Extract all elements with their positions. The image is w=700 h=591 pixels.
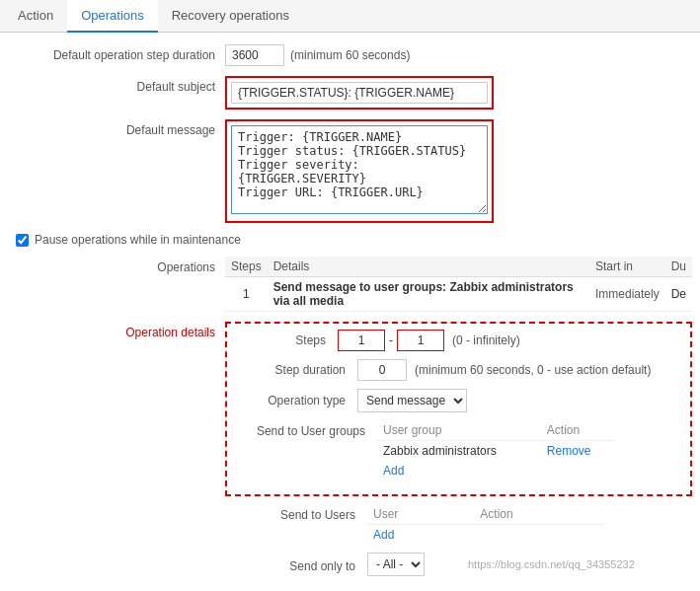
steps-dash: - — [389, 333, 393, 347]
default-subject-input[interactable] — [231, 82, 488, 104]
user-groups-table: User group Action Zabbix administrators … — [377, 420, 614, 480]
col-duration: Du — [665, 257, 692, 277]
steps-note: (0 - infinitely) — [452, 333, 520, 347]
ug-col-group: User group — [377, 420, 541, 441]
step-duration-inner-row: Step duration (minimum 60 seconds, 0 - u… — [235, 359, 682, 381]
send-to-user-groups-label: Send to User groups — [235, 420, 373, 438]
add-user-group-link[interactable]: Add — [383, 464, 404, 478]
main-content: Default operation step duration (minimum… — [0, 33, 700, 591]
pause-operations-checkbox[interactable] — [16, 234, 29, 247]
operations-table: Steps Details Start in Du 1 Send message… — [225, 257, 692, 312]
operation-details-label: Operation details — [8, 322, 225, 584]
add-user-link[interactable]: Add — [373, 528, 394, 542]
default-subject-label: Default subject — [8, 76, 225, 94]
tab-action[interactable]: Action — [4, 0, 67, 33]
default-message-row: Default message Trigger: {TRIGGER.NAME} … — [8, 119, 692, 223]
steps-from-input[interactable] — [338, 330, 385, 351]
u-add-row: Add — [367, 525, 604, 546]
ug-row-group: Zabbix administrators — [377, 441, 541, 462]
row-step: 1 — [225, 277, 268, 312]
operations-section: Operations Steps Details Start in Du 1 S… — [8, 257, 692, 312]
table-row: 1 Send message to user groups: Zabbix ad… — [225, 277, 692, 312]
col-start-in: Start in — [589, 257, 665, 277]
col-steps: Steps — [225, 257, 268, 277]
tab-bar: Action Operations Recovery operations — [0, 0, 700, 33]
operation-type-row: Operation type Send message — [235, 389, 682, 412]
col-details: Details — [268, 257, 589, 277]
row-duration: De — [665, 277, 692, 312]
ug-add-row: Add — [377, 461, 614, 480]
pause-operations-label: Pause operations while in maintenance — [35, 233, 241, 247]
send-to-user-groups-section: Send to User groups User group Action — [235, 420, 682, 480]
ug-col-action: Action — [541, 420, 614, 441]
operation-details-section: Operation details Steps - (0 - infinitel… — [8, 322, 692, 584]
step-duration-inner-note: (minimum 60 seconds, 0 - use action defa… — [415, 363, 651, 377]
u-col-action: Action — [474, 504, 604, 525]
default-message-textarea[interactable]: Trigger: {TRIGGER.NAME} Trigger status: … — [231, 125, 488, 214]
u-col-user: User — [367, 504, 474, 525]
operation-type-select[interactable]: Send message — [357, 389, 467, 412]
step-duration-inner-input[interactable] — [357, 359, 407, 381]
step-duration-row: Default operation step duration (minimum… — [8, 44, 692, 66]
row-details: Send message to user groups: Zabbix admi… — [268, 277, 589, 312]
send-only-to-select[interactable]: - All - — [367, 553, 425, 576]
operations-label: Operations — [8, 257, 225, 312]
tab-operations[interactable]: Operations — [67, 0, 158, 33]
watermark-text: https://blog.csdn.net/qq_34355232 — [468, 558, 635, 570]
step-duration-inner-label: Step duration — [235, 363, 353, 377]
pause-operations-row: Pause operations while in maintenance — [8, 233, 692, 247]
step-duration-label: Default operation step duration — [8, 44, 225, 62]
step-duration-input[interactable] — [225, 44, 284, 66]
row-start-in: Immediately — [589, 277, 665, 312]
send-to-users-label: Send to Users — [225, 504, 363, 522]
operation-type-label: Operation type — [235, 394, 353, 407]
list-item: Zabbix administrators Remove — [377, 441, 614, 462]
send-only-to-label: Send only to — [225, 555, 363, 573]
steps-to-input[interactable] — [397, 330, 444, 351]
remove-link[interactable]: Remove — [547, 444, 591, 458]
operation-details-box: Steps - (0 - infinitely) Step duration (… — [225, 322, 692, 496]
users-table: User Action Add — [367, 504, 604, 545]
default-message-border: Trigger: {TRIGGER.NAME} Trigger status: … — [225, 119, 494, 223]
ug-row-action: Remove — [541, 441, 614, 462]
send-only-to-row: Send only to - All - https://blog.csdn.n… — [225, 553, 692, 576]
default-subject-row: Default subject — [8, 76, 692, 110]
steps-label: Steps — [235, 333, 334, 347]
default-message-label: Default message — [8, 119, 225, 137]
send-to-users-section: Send to Users User Action Add — [225, 504, 692, 545]
step-duration-note: (minimum 60 seconds) — [290, 48, 410, 62]
default-subject-border — [225, 76, 494, 110]
steps-row: Steps - (0 - infinitely) — [235, 330, 682, 351]
tab-recovery-operations[interactable]: Recovery operations — [158, 0, 303, 33]
